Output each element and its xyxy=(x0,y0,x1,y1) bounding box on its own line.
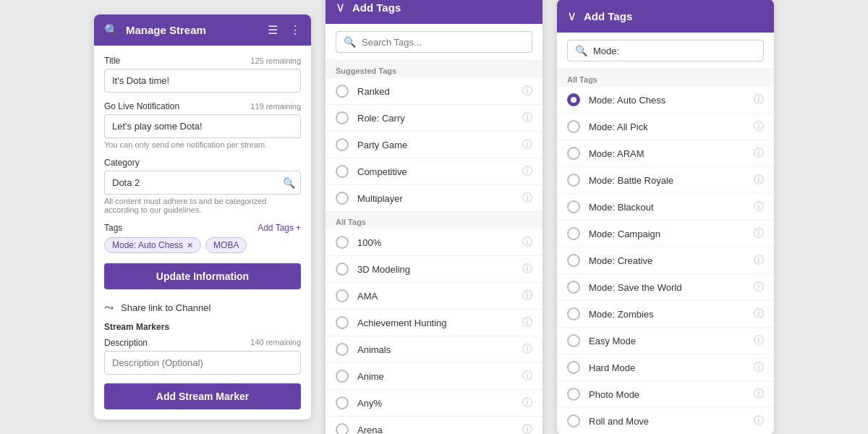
search-icon-mid: 🔍 xyxy=(344,36,356,48)
list-item[interactable]: Multiplayer ⓘ xyxy=(326,185,542,212)
info-icon-multiplayer[interactable]: ⓘ xyxy=(522,192,532,205)
list-item[interactable]: Achievement Hunting ⓘ xyxy=(326,310,542,336)
search-tags-input-mid[interactable] xyxy=(362,37,524,48)
list-item[interactable]: Ranked ⓘ xyxy=(326,78,542,105)
radio-arena[interactable] xyxy=(336,423,349,434)
add-tags-link[interactable]: Add Tags + xyxy=(258,223,301,233)
info-icon-competitive[interactable]: ⓘ xyxy=(522,165,532,178)
tag-ama: AMA xyxy=(357,291,514,302)
share-link-row[interactable]: ⤳ Share link to Channel xyxy=(104,297,301,319)
info-icon-mode-creative[interactable]: ⓘ xyxy=(754,254,764,267)
info-icon-mode-zombies[interactable]: ⓘ xyxy=(754,307,764,320)
radio-easy-mode[interactable] xyxy=(567,334,580,347)
info-icon-100[interactable]: ⓘ xyxy=(522,236,532,249)
radio-mode-zombies[interactable] xyxy=(567,307,580,320)
list-item[interactable]: AMA ⓘ xyxy=(326,283,542,310)
info-icon-mode-auto-chess[interactable]: ⓘ xyxy=(754,93,764,106)
info-icon-photo-mode[interactable]: ⓘ xyxy=(754,388,764,401)
info-icon-mode-save-world[interactable]: ⓘ xyxy=(754,281,764,294)
info-icon-any-percent[interactable]: ⓘ xyxy=(522,396,532,409)
radio-ama[interactable] xyxy=(336,289,349,302)
info-icon-animals[interactable]: ⓘ xyxy=(522,343,532,356)
radio-photo-mode[interactable] xyxy=(567,388,580,401)
info-icon-role-carry[interactable]: ⓘ xyxy=(522,111,532,124)
radio-any-percent[interactable] xyxy=(336,396,349,409)
radio-hard-mode[interactable] xyxy=(567,361,580,374)
list-item[interactable]: Photo Mode ⓘ xyxy=(557,381,774,408)
chevron-down-icon-mid[interactable]: ∨ xyxy=(336,0,345,15)
list-item[interactable]: Any% ⓘ xyxy=(326,390,542,417)
list-item[interactable]: Mode: Auto Chess ⓘ xyxy=(557,87,774,114)
info-icon-mode-battle-royale[interactable]: ⓘ xyxy=(754,174,764,187)
list-item[interactable]: Competitive ⓘ xyxy=(326,158,542,185)
info-icon-3d-modeling[interactable]: ⓘ xyxy=(522,263,532,276)
update-information-button[interactable]: Update Information xyxy=(104,263,301,289)
title-input[interactable] xyxy=(104,69,301,93)
description-input[interactable] xyxy=(104,351,301,375)
info-icon-achievement-hunting[interactable]: ⓘ xyxy=(522,316,532,329)
list-item[interactable]: Mode: Campaign ⓘ xyxy=(557,221,774,247)
radio-role-carry[interactable] xyxy=(336,111,349,124)
list-item[interactable]: Hard Mode ⓘ xyxy=(557,354,774,381)
radio-multiplayer[interactable] xyxy=(336,192,349,205)
chevron-down-icon-right[interactable]: ∨ xyxy=(567,8,576,24)
info-icon-mode-campaign[interactable]: ⓘ xyxy=(754,227,764,240)
list-item[interactable]: Mode: Zombies ⓘ xyxy=(557,301,774,328)
radio-competitive[interactable] xyxy=(336,165,349,178)
list-item[interactable]: Role: Carry ⓘ xyxy=(326,105,542,132)
radio-mode-battle-royale[interactable] xyxy=(567,174,580,187)
radio-mode-aram[interactable] xyxy=(567,147,580,160)
info-icon-party-game[interactable]: ⓘ xyxy=(522,138,532,151)
category-input[interactable] xyxy=(104,171,301,195)
list-item[interactable]: Anime ⓘ xyxy=(326,363,542,390)
radio-3d-modeling[interactable] xyxy=(336,263,349,276)
radio-mode-blackout[interactable] xyxy=(567,200,580,213)
list-item[interactable]: 3D Modeling ⓘ xyxy=(326,256,542,283)
tag-roll-and-move: Roll and Move xyxy=(589,416,745,427)
list-item[interactable]: Party Game ⓘ xyxy=(326,132,542,158)
list-item[interactable]: Mode: All Pick ⓘ xyxy=(557,114,774,140)
info-icon-mode-all-pick[interactable]: ⓘ xyxy=(754,120,764,133)
tag-chip-0[interactable]: Mode: Auto Chess ✕ xyxy=(104,237,201,253)
info-icon-ranked[interactable]: ⓘ xyxy=(522,85,532,98)
radio-mode-save-world[interactable] xyxy=(567,281,580,294)
list-item[interactable]: Roll and Move ⓘ xyxy=(557,408,774,434)
chip-remove-0[interactable]: ✕ xyxy=(187,241,193,250)
info-icon-easy-mode[interactable]: ⓘ xyxy=(754,334,764,347)
dots-icon[interactable]: ⋮ xyxy=(289,23,301,37)
info-icon-mode-aram[interactable]: ⓘ xyxy=(754,147,764,160)
radio-mode-auto-chess[interactable] xyxy=(567,93,580,106)
radio-animals[interactable] xyxy=(336,343,349,356)
radio-mode-campaign[interactable] xyxy=(567,227,580,240)
info-icon-arena[interactable]: ⓘ xyxy=(522,423,532,434)
list-item[interactable]: 100% ⓘ xyxy=(326,229,542,256)
list-item[interactable]: Mode: Save the World ⓘ xyxy=(557,274,774,301)
list-item[interactable]: Animals ⓘ xyxy=(326,336,542,363)
title-field-group: Title 125 remaining xyxy=(104,56,301,93)
list-item[interactable]: Mode: Creative ⓘ xyxy=(557,247,774,274)
list-item[interactable]: Arena ⓘ xyxy=(326,417,542,434)
radio-100[interactable] xyxy=(336,236,349,249)
info-icon-hard-mode[interactable]: ⓘ xyxy=(754,361,764,374)
list-item[interactable]: Easy Mode ⓘ xyxy=(557,328,774,354)
radio-achievement-hunting[interactable] xyxy=(336,316,349,329)
list-item[interactable]: Mode: Battle Royale ⓘ xyxy=(557,167,774,194)
search-tags-input-right[interactable] xyxy=(593,46,756,56)
radio-ranked[interactable] xyxy=(336,85,349,98)
info-icon-ama[interactable]: ⓘ xyxy=(522,289,532,302)
list-item[interactable]: Mode: Blackout ⓘ xyxy=(557,194,774,221)
notification-input[interactable] xyxy=(104,114,301,138)
list-icon[interactable]: ☰ xyxy=(268,23,278,37)
radio-party-game[interactable] xyxy=(336,138,349,151)
add-tags-right-panel: ∨ Add Tags 🔍 All Tags Mode: Auto Chess ⓘ… xyxy=(557,0,774,434)
info-icon-roll-and-move[interactable]: ⓘ xyxy=(754,414,764,427)
radio-roll-and-move[interactable] xyxy=(567,414,580,427)
radio-mode-all-pick[interactable] xyxy=(567,120,580,133)
info-icon-mode-blackout[interactable]: ⓘ xyxy=(754,200,764,213)
radio-anime[interactable] xyxy=(336,370,349,383)
info-icon-anime[interactable]: ⓘ xyxy=(522,370,532,383)
list-item[interactable]: Mode: ARAM ⓘ xyxy=(557,140,774,167)
radio-mode-creative[interactable] xyxy=(567,254,580,267)
add-stream-marker-button[interactable]: Add Stream Marker xyxy=(104,383,301,409)
tag-chip-1[interactable]: MOBA xyxy=(205,237,247,253)
